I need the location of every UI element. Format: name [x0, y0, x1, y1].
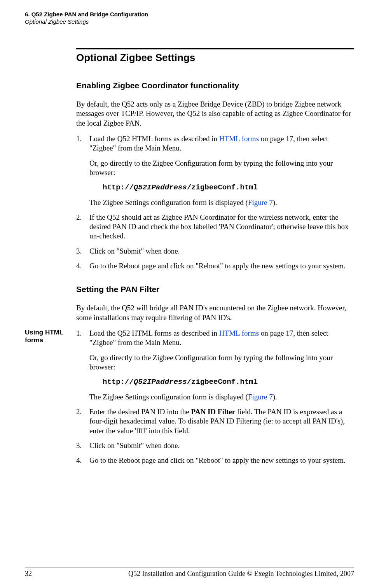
- page-number: 32: [25, 570, 32, 578]
- xref-figure-7[interactable]: Figure 7: [248, 198, 273, 206]
- running-header: 6. Q52 Zigbee PAN and Bridge Configurati…: [25, 11, 354, 26]
- step-text: ).: [273, 393, 277, 401]
- subsection-panfilter-intro: By default, the Q52 will bridge all PAN …: [76, 303, 354, 322]
- step-1: Load the Q52 HTML forms as described in …: [76, 329, 354, 402]
- code-url: http://Q52IPaddress/zigbeeConf.html: [103, 377, 354, 387]
- step-text: The Zigbee Settings configuration form i…: [89, 393, 248, 401]
- page-content: Optional Zigbee Settings Enabling Zigbee…: [25, 48, 354, 479]
- xref-html-forms[interactable]: HTML forms: [219, 135, 259, 143]
- step-text: Click on "Submit" when done.: [89, 441, 180, 450]
- step-text: If the Q52 should act as Zigbee PAN Coor…: [89, 213, 349, 240]
- section-label: Optional Zigbee Settings: [25, 18, 89, 25]
- step-text: Load the Q52 HTML forms as described in: [89, 135, 219, 143]
- section-title: Optional Zigbee Settings: [76, 52, 354, 64]
- step-2: Enter the desired PAN ID into the PAN ID…: [76, 407, 354, 436]
- footer-rule: [25, 567, 354, 567]
- steps-enabling: Load the Q52 HTML forms as described in …: [76, 134, 354, 271]
- page-footer: 32 Q52 Installation and Configuration Gu…: [0, 567, 379, 578]
- step-text: Go to the Reboot page and click on "Rebo…: [89, 262, 346, 270]
- step-text: Load the Q52 HTML forms as described in: [89, 329, 219, 337]
- step-3: Click on "Submit" when done.: [76, 247, 354, 256]
- step-4: Go to the Reboot page and click on "Rebo…: [76, 456, 354, 465]
- xref-figure-7[interactable]: Figure 7: [248, 393, 273, 401]
- step-text: Go to the Reboot page and click on "Rebo…: [89, 456, 346, 464]
- step-2: If the Q52 should act as Zigbee PAN Coor…: [76, 213, 354, 241]
- field-pan-id-filter: PAN ID Filter: [191, 408, 236, 416]
- subsection-enabling-intro: By default, the Q52 acts only as a Zigbe…: [76, 100, 354, 128]
- step-3: Click on "Submit" when done.: [76, 441, 354, 450]
- step-text: Or, go directly to the Zigbee Configurat…: [89, 353, 354, 372]
- steps-panfilter: Load the Q52 HTML forms as described in …: [76, 329, 354, 465]
- step-text: Click on "Submit" when done.: [89, 247, 180, 255]
- footer-text: Q52 Installation and Configuration Guide…: [128, 570, 354, 578]
- xref-html-forms[interactable]: HTML forms: [219, 329, 259, 337]
- subsection-panfilter-title: Setting the PAN Filter: [76, 285, 354, 294]
- step-1: Load the Q52 HTML forms as described in …: [76, 134, 354, 207]
- chapter-label: 6. Q52 Zigbee PAN and Bridge Configurati…: [25, 11, 148, 18]
- step-text: Enter the desired PAN ID into the: [89, 408, 191, 416]
- margin-label-using-html-forms: Using HTML forms: [25, 329, 76, 345]
- section-rule: [76, 48, 354, 49]
- subsection-enabling-title: Enabling Zigbee Coordinator functionalit…: [76, 81, 354, 90]
- step-text: The Zigbee Settings configuration form i…: [89, 198, 248, 206]
- step-4: Go to the Reboot page and click on "Rebo…: [76, 261, 354, 271]
- step-text: ).: [273, 198, 277, 206]
- step-text: Or, go directly to the Zigbee Configurat…: [89, 159, 354, 178]
- code-url: http://Q52IPaddress/zigbeeConf.html: [103, 183, 354, 192]
